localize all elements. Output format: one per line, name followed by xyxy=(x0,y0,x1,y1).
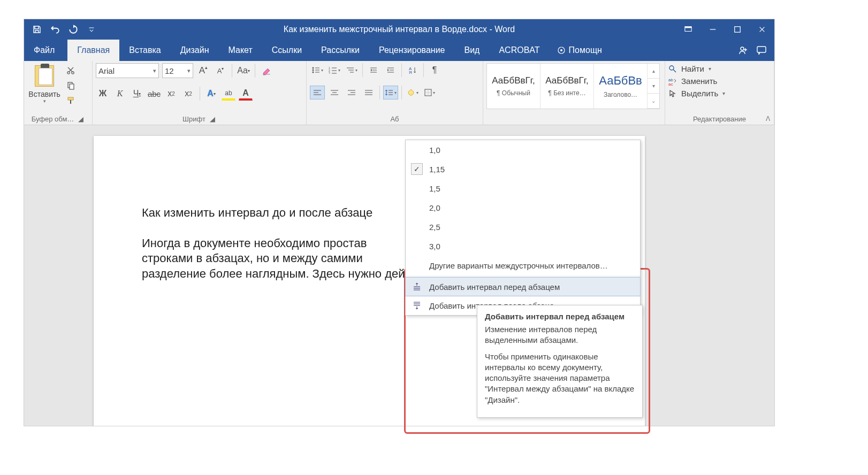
minimize-icon[interactable] xyxy=(701,19,725,40)
line-spacing-option[interactable]: 1,0 xyxy=(406,140,640,159)
font-color-icon[interactable]: A xyxy=(239,87,253,101)
comments-icon[interactable] xyxy=(756,45,767,56)
line-spacing-option[interactable]: ✓1,15 xyxy=(406,159,640,179)
font-name-value: Arial xyxy=(98,66,115,75)
add-space-before-paragraph[interactable]: Добавить интервал перед абзацем xyxy=(405,277,641,296)
highlight-icon[interactable]: ab xyxy=(222,87,235,101)
line-spacing-button[interactable] xyxy=(383,86,398,99)
redo-icon[interactable] xyxy=(67,23,80,36)
clipboard-dialog-launcher-icon[interactable]: ◢ xyxy=(77,115,85,122)
bold-button[interactable]: Ж xyxy=(96,87,110,101)
style-no-spacing[interactable]: АаБбВвГг,¶ Без инте… xyxy=(540,64,594,109)
close-icon[interactable] xyxy=(750,19,774,40)
replace-button[interactable]: abacЗаменить xyxy=(668,76,725,86)
align-left-icon[interactable] xyxy=(310,86,325,99)
svg-point-18 xyxy=(313,72,314,73)
numbering-icon[interactable]: 123 xyxy=(327,63,342,77)
subscript-button[interactable]: x2 xyxy=(164,87,178,101)
tab-layout[interactable]: Макет xyxy=(219,40,262,61)
tab-mailings[interactable]: Рассылки xyxy=(311,40,369,61)
doc-line1: Иногда в документе необходимо простав xyxy=(142,236,367,250)
align-right-icon[interactable] xyxy=(344,86,359,99)
align-center-icon[interactable] xyxy=(327,86,342,99)
tab-references[interactable]: Ссылки xyxy=(262,40,311,61)
style-heading1[interactable]: АаБбВвЗаголово… xyxy=(594,64,648,109)
strikethrough-button[interactable]: abc xyxy=(147,87,161,101)
svg-point-6 xyxy=(741,47,744,50)
font-size-value: 12 xyxy=(165,66,174,75)
line-spacing-option[interactable]: 3,0 xyxy=(406,236,640,256)
font-dialog-launcher-icon[interactable]: ◢ xyxy=(209,115,216,122)
svg-rect-12 xyxy=(68,97,73,100)
svg-point-14 xyxy=(313,67,314,69)
line-spacing-option[interactable]: 2,0 xyxy=(406,198,640,217)
tell-me[interactable]: Помощн xyxy=(550,40,610,61)
group-styles: АаБбВвГг,¶ Обычный АаБбВвГг,¶ Без инте… … xyxy=(483,61,665,125)
tooltip-desc2: Чтобы применить одинаковые интервалы ко … xyxy=(485,351,635,405)
italic-button[interactable]: К xyxy=(113,87,127,101)
cut-icon[interactable] xyxy=(65,65,77,76)
line-spacing-option[interactable]: 2,5 xyxy=(406,217,640,236)
tooltip-title: Добавить интервал перед абзацем xyxy=(485,312,635,321)
svg-rect-13 xyxy=(70,100,71,104)
document-area: Как изменить интервал до и после абзаце … xyxy=(24,125,774,426)
tab-acrobat[interactable]: ACROBAT xyxy=(489,40,549,61)
show-marks-icon[interactable]: ¶ xyxy=(427,63,442,77)
group-paragraph-label: Аб xyxy=(390,115,399,123)
svg-rect-7 xyxy=(757,47,766,52)
tab-view[interactable]: Вид xyxy=(454,40,489,61)
select-button[interactable]: Выделить▾ xyxy=(668,89,725,98)
svg-point-5 xyxy=(560,49,562,51)
document-title: Как изменить межстрочный интервал в Ворд… xyxy=(284,25,515,34)
styles-scroll[interactable]: ▴▾⌄ xyxy=(648,64,659,109)
change-case-icon[interactable]: Aa▾ xyxy=(237,64,250,78)
ribbon: Вставить ▾ Буфер обм…◢ Arial▾ 12▾ A▴ A▾ xyxy=(24,61,774,125)
group-font-label: Шрифт xyxy=(182,115,205,123)
ribbon-display-icon[interactable] xyxy=(676,19,701,40)
tooltip: Добавить интервал перед абзацем Изменени… xyxy=(477,305,643,418)
shading-icon[interactable] xyxy=(405,86,420,99)
undo-icon[interactable] xyxy=(49,23,62,36)
doc-line3: разделение более наглядным. Здесь нужно … xyxy=(142,267,435,280)
copy-icon[interactable] xyxy=(65,80,77,91)
tab-design[interactable]: Дизайн xyxy=(171,40,219,61)
tooltip-desc1: Изменение интервалов перед выделенными а… xyxy=(485,324,635,346)
superscript-button[interactable]: x2 xyxy=(181,87,195,101)
increase-indent-icon[interactable] xyxy=(383,63,398,77)
svg-point-8 xyxy=(67,72,70,74)
paste-button[interactable]: Вставить ▾ xyxy=(27,63,62,104)
sort-icon[interactable]: AЯ xyxy=(405,63,420,77)
tab-home[interactable]: Главная xyxy=(67,40,119,61)
clear-formatting-icon[interactable] xyxy=(260,64,273,78)
style-normal[interactable]: АаБбВвГг,¶ Обычный xyxy=(487,64,540,109)
font-name-combo[interactable]: Arial▾ xyxy=(96,63,159,78)
qat-customize-icon[interactable] xyxy=(85,23,98,36)
tab-review[interactable]: Рецензирование xyxy=(369,40,455,61)
multilevel-list-icon[interactable] xyxy=(344,63,359,77)
increase-font-icon[interactable]: A▴ xyxy=(196,64,210,78)
align-justify-icon[interactable] xyxy=(361,86,376,99)
share-icon[interactable] xyxy=(738,45,749,56)
font-size-combo[interactable]: 12▾ xyxy=(162,63,193,78)
underline-button[interactable]: Ч▾ xyxy=(130,87,144,101)
styles-gallery[interactable]: АаБбВвГг,¶ Обычный АаБбВвГг,¶ Без инте… … xyxy=(486,63,660,109)
group-clipboard-label: Буфер обм… xyxy=(32,115,74,123)
decrease-font-icon[interactable]: A▾ xyxy=(214,64,227,78)
svg-point-16 xyxy=(313,70,314,71)
paste-label: Вставить xyxy=(28,90,60,98)
collapse-ribbon-icon[interactable]: ᐱ xyxy=(766,115,770,122)
save-icon[interactable] xyxy=(31,23,43,36)
text-effects-icon[interactable]: A▾ xyxy=(204,87,218,101)
decrease-indent-icon[interactable] xyxy=(366,63,381,77)
line-spacing-more-options[interactable]: Другие варианты междустрочных интервалов… xyxy=(406,256,640,275)
line-spacing-option[interactable]: 1,5 xyxy=(406,179,640,198)
maximize-icon[interactable] xyxy=(725,19,750,40)
tab-insert[interactable]: Вставка xyxy=(119,40,170,61)
format-painter-icon[interactable] xyxy=(65,95,77,106)
svg-point-9 xyxy=(72,72,74,74)
svg-line-56 xyxy=(673,70,676,72)
tab-file[interactable]: Файл xyxy=(24,40,67,61)
bullets-icon[interactable] xyxy=(310,63,325,77)
borders-icon[interactable] xyxy=(422,86,437,99)
find-button[interactable]: Найти▾ xyxy=(668,64,725,73)
